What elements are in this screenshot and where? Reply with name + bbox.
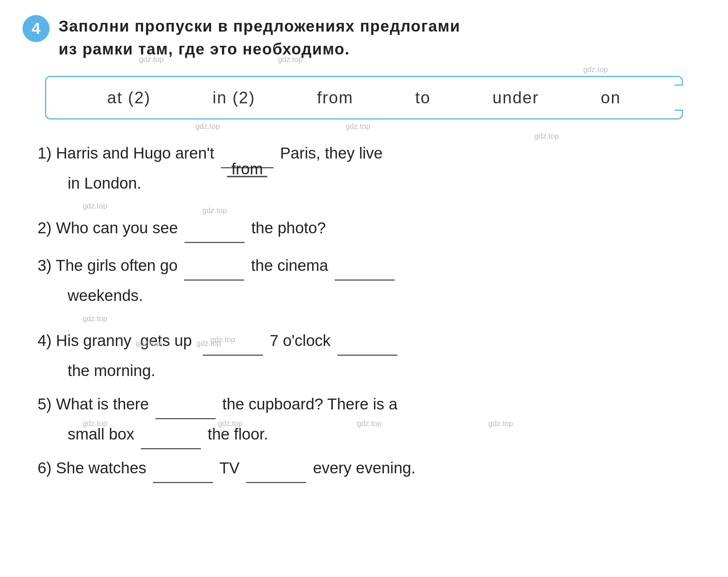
sentence-6-text-c: every evening. (313, 459, 415, 477)
sentence-2-number: 2) (38, 219, 51, 237)
sentence-3: 3) The girls often go the cinema weekend… (38, 251, 690, 311)
sentences-container: 1) Harris and Hugo aren't from Paris, th… (23, 138, 705, 483)
task-header: 4 Заполни пропуски в предложениях предло… (23, 15, 705, 61)
sentence-1: 1) Harris and Hugo aren't from Paris, th… (38, 138, 690, 198)
sentence-3-text-c: weekends. (38, 287, 143, 304)
sentence-3-text-b: the cinema (251, 257, 332, 274)
sentence-1-blank[interactable]: from (221, 154, 273, 168)
sentence-6-text-a: She watches (56, 459, 151, 477)
sentence-3-number: 3) (38, 257, 51, 274)
sentence-5-text-a: What is there (56, 395, 153, 413)
sentence-6-blank2[interactable] (246, 470, 306, 483)
sentence-4-blank2[interactable] (337, 342, 397, 356)
task-instruction: Заполни пропуски в предложениях предлога… (59, 15, 461, 61)
watermark-s5d: gdz.top (488, 416, 513, 430)
prep-at: at (2) (107, 88, 151, 107)
task-number: 4 (23, 15, 50, 42)
watermark-s5b: gdz.top (218, 416, 243, 430)
watermark-box-top: gdz.top (583, 65, 608, 74)
sentence-5-text-b: the cupboard? There is a (222, 395, 397, 413)
watermark-box-br: gdz.top (346, 122, 370, 131)
sentence-5-blank1[interactable] (156, 406, 216, 419)
sentence-6: 6) She watches TV every evening. (38, 453, 690, 483)
sentence-1-text-b: Paris, they live (280, 144, 383, 162)
watermark-mid1: gdz.top (83, 202, 107, 210)
sentence-2-text-a: Who can you see (56, 219, 182, 237)
sentence-6-text-b: TV (219, 459, 244, 477)
sentence-4-text-c: the morning. (38, 362, 155, 379)
watermark-s5a: gdz.top (83, 416, 107, 430)
sentence-1-text-a: Harris and Hugo aren't (56, 144, 219, 162)
sentence-1-text-c: in London. (38, 174, 141, 192)
prep-to: to (415, 88, 430, 107)
sentence-4: 4) His granny gdz.top gets up gdz.top gd… (38, 326, 690, 386)
watermark-1: gdz.top (139, 55, 164, 64)
sentence-5-blank2[interactable] (141, 436, 201, 449)
sentence-3-blank1[interactable] (184, 267, 244, 281)
watermark-mid2: gdz.top (83, 314, 107, 323)
sentence-2-blank[interactable] (184, 229, 245, 243)
sentence-4-text-b: 7 o'clock (270, 332, 335, 349)
prep-under: under (492, 88, 539, 107)
sentence-2: 2) Who can you see gdz.top the photo? (38, 213, 690, 243)
sentence-6-number: 6) (38, 459, 51, 477)
sentence-4-blank1[interactable]: gdz.top (203, 342, 263, 356)
watermark-s4a: gdz.top (136, 336, 160, 350)
sentence-4-text-a: His granny (56, 332, 136, 349)
sentence-2-text-b: the photo? (251, 219, 326, 237)
watermark-s5c: gdz.top (357, 416, 382, 430)
watermark-box-bl: gdz.top (195, 122, 220, 131)
sentence-3-blank2[interactable] (335, 267, 395, 281)
prep-from: from (317, 88, 353, 107)
sentence-5: 5) What is there the cupboard? There is … (38, 389, 690, 449)
prepositions-box: gdz.top at (2) in (2) from to under on g… (45, 76, 683, 119)
sentence-1-number: 1) (38, 144, 51, 162)
prep-on: on (601, 88, 621, 107)
sentence-6-blank1[interactable] (153, 470, 213, 483)
watermark-2: gdz.top (278, 55, 303, 64)
sentence-4-number: 4) (38, 332, 51, 349)
sentence-3-text-a: The girls often go (56, 257, 182, 274)
sentence-5-number: 5) (38, 395, 51, 413)
watermark-s2: gdz.top (202, 203, 227, 218)
watermark-s4c: gdz.top (210, 332, 235, 347)
prep-in: in (2) (213, 88, 255, 107)
watermark-s1: gdz.top (534, 129, 559, 143)
